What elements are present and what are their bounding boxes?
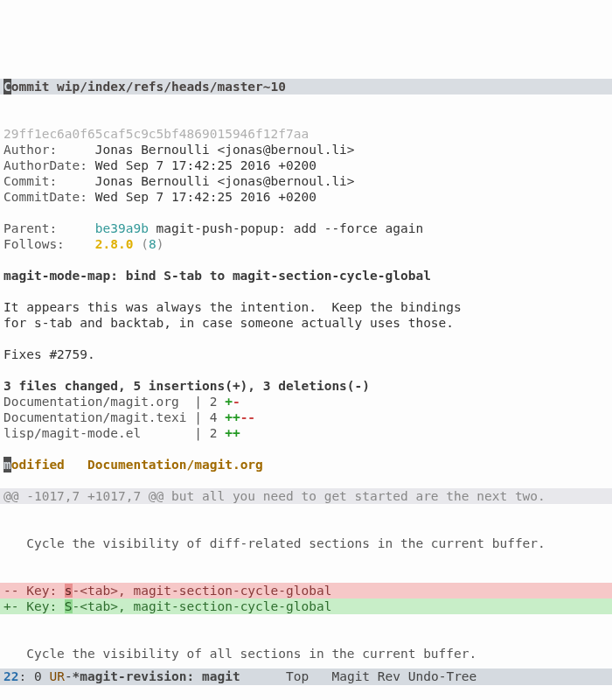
follows-distance: 8 bbox=[149, 237, 156, 251]
commitdate-value: Wed Sep 7 17:42:25 2016 +0200 bbox=[95, 190, 316, 204]
commit-value: Jonas Bernoulli <jonas@bernoul.li> bbox=[95, 174, 355, 188]
diffstat-file[interactable]: lisp/magit-mode.el | 2 bbox=[3, 426, 225, 440]
authordate-value: Wed Sep 7 17:42:25 2016 +0200 bbox=[95, 158, 316, 172]
diff-hunk-header[interactable]: @@ -1017,7 +1017,7 @@ but all you need t… bbox=[0, 488, 612, 504]
modeline-line-number: 22 bbox=[3, 668, 18, 685]
section-header: Commit wip/index/refs/heads/master~10 bbox=[0, 79, 612, 94]
modeline-buffer-name[interactable]: *magit-revision: magit bbox=[73, 668, 240, 685]
diff-removed-line: -- Key: s-<tab>, magit-section-cycle-glo… bbox=[0, 583, 612, 598]
follows-paren-close: ) bbox=[156, 237, 164, 251]
modeline-position: Top bbox=[286, 668, 331, 685]
diffstat-minus: - bbox=[233, 395, 240, 409]
diffstat-file[interactable]: Documentation/magit.org | 2 bbox=[3, 395, 225, 409]
modeline-dash: - bbox=[65, 668, 73, 685]
parent-msg: magit-push-popup: add --force again bbox=[149, 221, 423, 235]
diffstat-file[interactable]: Documentation/magit.texi | 4 bbox=[3, 410, 225, 424]
modeline-sep: : bbox=[18, 668, 26, 685]
diff-file-heading[interactable]: modified Documentation/magit.org bbox=[0, 457, 612, 472]
minibuffer[interactable] bbox=[0, 685, 612, 700]
diff-added-line: +- Key: S-<tab>, magit-section-cycle-glo… bbox=[0, 598, 612, 614]
authordate-label: AuthorDate: bbox=[3, 158, 95, 172]
follows-label: Follows: bbox=[3, 237, 95, 251]
diff-context-line: Cycle the visibility of diff-related sec… bbox=[0, 536, 612, 551]
commit-sha: 29ff1ec6a0f65caf5c9c5bf4869015946f12f7aa bbox=[3, 127, 309, 141]
diffstat-minus: -- bbox=[240, 410, 255, 424]
commit-body-line: for s-tab and backtab, in case someone a… bbox=[3, 316, 454, 330]
follows-tag[interactable]: 2.8.0 bbox=[95, 237, 134, 251]
modeline-state: UR bbox=[49, 668, 64, 685]
commit-body-line: It appears this was always the intention… bbox=[3, 300, 462, 314]
parent-label: Parent: bbox=[3, 221, 95, 235]
author-value: Jonas Bernoulli <jonas@bernoul.li> bbox=[95, 143, 355, 157]
header-cursor: C bbox=[3, 79, 11, 94]
commitdate-label: CommitDate: bbox=[3, 190, 95, 204]
modeline-modes[interactable]: Magit Rev Undo-Tree bbox=[331, 668, 476, 685]
diffstat-plus: ++ bbox=[225, 426, 240, 440]
diff-context-line: Cycle the visibility of all sections in … bbox=[0, 646, 612, 662]
follows-paren-open: ( bbox=[133, 237, 148, 251]
diffstat-plus: + bbox=[225, 395, 233, 409]
diffstat-plus: ++ bbox=[225, 410, 240, 424]
modeline-spacer bbox=[240, 668, 286, 685]
parent-sha-link[interactable]: be39a9b bbox=[95, 221, 149, 235]
author-label: Author: bbox=[3, 143, 95, 157]
commit-body-line: Fixes #2759. bbox=[3, 347, 95, 361]
commit-summary: magit-mode-map: bind S-tab to magit-sect… bbox=[3, 269, 431, 283]
diffstat-summary[interactable]: 3 files changed, 5 insertions(+), 3 dele… bbox=[3, 379, 370, 393]
mode-line[interactable]: 22: 0 UR-*magit-revision: magit Top Magi… bbox=[0, 668, 612, 685]
modeline-column: 0 bbox=[26, 668, 49, 685]
commit-label: Commit: bbox=[3, 174, 95, 188]
